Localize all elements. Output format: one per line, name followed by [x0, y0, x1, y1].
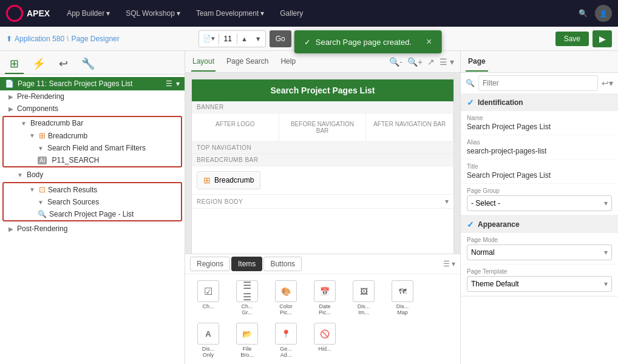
left-tab-layout[interactable]: ⊞ [5, 55, 24, 74]
toast-check-icon: ✓ [304, 38, 311, 47]
prop-page-mode-label: Page Mode [467, 237, 612, 243]
apex-logo[interactable]: APEX [6, 5, 50, 22]
bottom-tab-regions[interactable]: Regions [190, 257, 230, 271]
left-tab-components[interactable]: 🔧 [76, 55, 100, 74]
bottom-tab-buttons[interactable]: Buttons [263, 257, 302, 271]
item-geo-address[interactable]: 📍 Ge...Ad... [268, 320, 304, 360]
left-panel: ⊞ ⚡ ↩ 🔧 📄 Page 11: Search Project Pages … [0, 51, 185, 364]
tree-body-label: Body [27, 170, 43, 179]
breadcrumb-widget-label: Breadcrumb [214, 176, 254, 184]
date-picker-icon: 📅 [314, 280, 336, 302]
search-icon[interactable]: 🔍 [575, 7, 591, 20]
middle-panel: Layout Page Search Help 🔍- 🔍+ ↗ ☰ ▾ Sear… [185, 51, 460, 364]
tab-page-search[interactable]: Page Search [225, 52, 270, 72]
left-tab-dynamic[interactable]: ⚡ [27, 55, 50, 74]
canvas-menu-icon[interactable]: ☰ ▾ [440, 57, 454, 67]
identification-section: ✓ Identification Name Search Project Pag… [461, 94, 618, 216]
filter-row: 🔍 ↩▾ [461, 73, 618, 94]
tree-breadcrumb-label: Breadcrumb [48, 132, 87, 140]
appearance-section-header[interactable]: ✓ Appearance [461, 216, 618, 233]
nav-app-builder[interactable]: App Builder ▾ [62, 7, 115, 20]
tree-search-results[interactable]: ▼ ⊡ Search Results [4, 183, 181, 196]
tree-p11-search[interactable]: AI P11_SEARCH [4, 154, 181, 166]
item-file-browser[interactable]: 📂 FileBro... [229, 320, 265, 360]
prop-page-template-select[interactable]: Theme Default ▾ [467, 276, 612, 292]
breadcrumb-page[interactable]: Page Designer [71, 35, 119, 43]
bottom-section: Regions Items Buttons ☰ ▾ ☑ Ch... ☰☰ Ch.… [185, 254, 460, 364]
tree-components[interactable]: ▶ Components [0, 103, 185, 115]
run-button[interactable]: ▶ [593, 30, 612, 47]
item-display-only[interactable]: A Dis...Only [190, 320, 226, 360]
item-checkbox-group[interactable]: ☰☰ Ch...Gr... [229, 278, 265, 318]
item-color-picker[interactable]: 🎨 ColorPic... [268, 278, 304, 318]
tree-search-field[interactable]: ▼ Search Field and Smart Filters [4, 142, 181, 154]
expand-icon[interactable]: ↗ [427, 57, 435, 67]
filter-search-icon: 🔍 [466, 79, 475, 87]
tab-layout[interactable]: Layout [191, 52, 216, 72]
tree-chevron-icon[interactable]: ▾ [176, 79, 180, 88]
prop-page-group-select[interactable]: - Select - ▾ [467, 195, 612, 211]
nav-slots-row: AFTER LOGO BEFORE NAVIGATION BAR AFTER N… [192, 113, 453, 142]
user-avatar[interactable]: 👤 [595, 5, 612, 22]
filter-input[interactable] [478, 75, 598, 91]
tree-pre-rendering[interactable]: ▶ Pre-Rendering [0, 90, 185, 103]
identification-section-header[interactable]: ✓ Identification [461, 94, 618, 111]
page-num-up-button[interactable]: ▲ [237, 34, 251, 44]
prop-title-row: Title Search Project Pages List [461, 160, 618, 184]
apex-logo-text: APEX [27, 8, 50, 18]
hidden-icon: 🚫 [314, 323, 336, 345]
canvas-page-header[interactable]: Search Project Pages List [192, 79, 453, 101]
before-nav-slot[interactable]: BEFORE NAVIGATION BAR [279, 113, 367, 141]
tree-search-sources[interactable]: ▼ Search Sources [4, 196, 181, 208]
region-body-row: REGION BODY ▾ [192, 195, 453, 209]
page-nav-down-button[interactable]: 📄▾ [199, 33, 219, 44]
zoom-out-icon[interactable]: 🔍- [389, 57, 402, 67]
after-logo-slot[interactable]: AFTER LOGO [192, 113, 279, 141]
left-tab-shared[interactable]: ↩ [54, 55, 73, 74]
tree-components-label: Components [17, 104, 58, 113]
item-display-image[interactable]: 🖼 Dis...Im... [345, 278, 382, 318]
prop-alias-row: Alias search-project-pages-list [461, 135, 618, 160]
nav-gallery[interactable]: Gallery [275, 7, 308, 20]
toast-notification: ✓ Search Page page created. × [294, 30, 442, 53]
tree-breadcrumb-bar[interactable]: ▼ Breadcrumb Bar [4, 117, 181, 129]
nav-team-dev[interactable]: Team Development ▾ [191, 7, 269, 20]
tree-body[interactable]: ▼ Body [0, 169, 185, 181]
filter-action-icon[interactable]: ↩▾ [602, 78, 613, 88]
item-date-picker[interactable]: 📅 DatePic... [307, 278, 343, 318]
save-button[interactable]: Save [555, 32, 589, 46]
geo-address-label: Ge...Ad... [280, 346, 292, 358]
breadcrumb-separator: \ [67, 35, 69, 43]
prop-title-label: Title [467, 163, 612, 170]
tree-menu-icon[interactable]: ☰ [166, 79, 172, 88]
go-button[interactable]: Go [270, 30, 291, 47]
toast-message: Search Page page created. [316, 38, 412, 47]
breadcrumb-canvas-widget[interactable]: ⊞ Breadcrumb [197, 171, 260, 189]
zoom-in-icon[interactable]: 🔍+ [407, 57, 423, 67]
items-grid: ☑ Ch... ☰☰ Ch...Gr... 🎨 ColorPic... 📅 Da… [185, 274, 460, 364]
item-checkbox[interactable]: ☑ Ch... [190, 278, 226, 318]
after-nav-slot[interactable]: AFTER NAVIGATION BAR [366, 113, 453, 141]
toast-close-button[interactable]: × [426, 36, 432, 47]
page-num-down-button[interactable]: ▼ [251, 34, 265, 44]
tree-post-rendering[interactable]: ▶ Post-Rendering [0, 223, 185, 235]
right-panel-tab-page[interactable]: Page [466, 52, 488, 72]
apex-logo-icon [6, 5, 23, 22]
nav-sql-workshop[interactable]: SQL Workshop ▾ [121, 7, 185, 20]
tree-breadcrumb[interactable]: ▼ ⊞ Breadcrumb [4, 129, 181, 142]
tree-search-project-page[interactable]: 🔍 Search Project Page - List [4, 208, 181, 220]
tree-page-header[interactable]: 📄 Page 11: Search Project Pages List ☰ ▾ [0, 77, 185, 90]
prop-alias-value: search-project-pages-list [467, 147, 612, 155]
bottom-tab-menu-icon[interactable]: ☰ ▾ [443, 260, 455, 268]
item-hidden[interactable]: 🚫 Hid... [307, 320, 343, 360]
page-group-value: - Select - [471, 199, 500, 207]
region-body-dropdown-icon[interactable]: ▾ [445, 197, 449, 206]
breadcrumb-app[interactable]: Application 580 [15, 35, 64, 43]
tree-breadcrumb-bar-label: Breadcrumb Bar [30, 119, 83, 127]
tab-help[interactable]: Help [279, 52, 297, 72]
item-display-map[interactable]: 🗺 Dis...Map [384, 278, 421, 318]
breadcrumb: ⬆ Application 580 \ Page Designer [6, 35, 120, 43]
bottom-tab-items[interactable]: Items [231, 257, 262, 271]
top-nav-label: TOP NAVIGATION [192, 142, 453, 154]
prop-page-mode-select[interactable]: Normal ▾ [467, 244, 612, 260]
